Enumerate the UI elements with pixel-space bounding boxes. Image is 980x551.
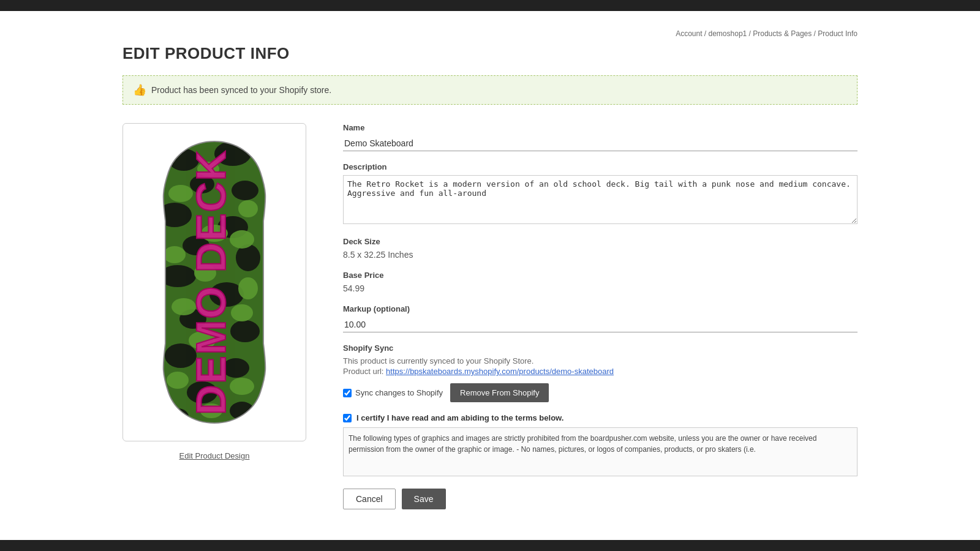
form-section: Name Description The Retro Rocket is a m… bbox=[343, 123, 858, 509]
sync-controls: Sync changes to Shopify Remove From Shop… bbox=[343, 383, 858, 402]
description-label: Description bbox=[343, 162, 858, 171]
sync-checkbox[interactable] bbox=[343, 389, 352, 397]
shopify-sync-title: Shopify Sync bbox=[343, 343, 858, 353]
product-image-section: DEMO DECK Edit Product Design bbox=[123, 123, 306, 460]
deck-size-value: 8.5 x 32.25 Inches bbox=[343, 250, 858, 260]
certify-label[interactable]: I certify I have read and am abiding to … bbox=[343, 413, 858, 422]
bottom-bar bbox=[0, 540, 980, 546]
sync-banner: 👍 Product has been synced to your Shopif… bbox=[123, 75, 858, 105]
cancel-button[interactable]: Cancel bbox=[343, 489, 396, 509]
description-textarea[interactable]: The Retro Rocket is a modern version of … bbox=[343, 175, 858, 224]
top-bar bbox=[0, 0, 980, 11]
product-image-frame: DEMO DECK bbox=[123, 123, 306, 441]
description-field-group: Description The Retro Rocket is a modern… bbox=[343, 162, 858, 226]
markup-input[interactable] bbox=[343, 317, 858, 332]
deck-size-field-group: Deck Size 8.5 x 32.25 Inches bbox=[343, 237, 858, 260]
base-price-field-group: Base Price 54.99 bbox=[343, 271, 858, 293]
breadcrumb: Account / demoshop1 / Products & Pages /… bbox=[123, 29, 858, 38]
skateboard-image: DEMO DECK bbox=[147, 135, 282, 429]
certify-section: I certify I have read and am abiding to … bbox=[343, 413, 858, 476]
svg-point-12 bbox=[230, 320, 260, 342]
shopify-synced-text: This product is currently synced to your… bbox=[343, 356, 858, 365]
svg-point-5 bbox=[157, 203, 192, 227]
shopify-url-link[interactable]: https://bpskateboards.myshopify.com/prod… bbox=[386, 367, 614, 376]
markup-label: Markup (optional) bbox=[343, 304, 858, 313]
svg-point-17 bbox=[167, 408, 189, 425]
remove-from-shopify-button[interactable]: Remove From Shopify bbox=[450, 383, 549, 402]
shopify-url-label: Product url: bbox=[343, 367, 383, 376]
svg-point-22 bbox=[164, 246, 186, 263]
svg-point-25 bbox=[238, 277, 258, 299]
action-buttons: Cancel Save bbox=[343, 489, 858, 509]
sync-checkbox-text: Sync changes to Shopify bbox=[355, 388, 443, 397]
base-price-label: Base Price bbox=[343, 271, 858, 280]
svg-point-4 bbox=[232, 181, 258, 200]
shopify-url-line: Product url: https://bpskateboards.mysho… bbox=[343, 367, 858, 376]
svg-point-20 bbox=[238, 200, 258, 217]
name-field-group: Name bbox=[343, 123, 858, 151]
deck-size-label: Deck Size bbox=[343, 237, 858, 246]
page-wrapper: Account / demoshop1 / Products & Pages /… bbox=[0, 11, 980, 546]
certify-text: I certify I have read and am abiding to … bbox=[356, 413, 564, 422]
markup-field-group: Markup (optional) bbox=[343, 304, 858, 332]
content-area: DEMO DECK Edit Product Design Name Descr… bbox=[123, 123, 858, 509]
sync-message: Product has been synced to your Shopify … bbox=[151, 85, 331, 95]
name-input[interactable] bbox=[343, 136, 858, 151]
page-title: EDIT PRODUCT INFO bbox=[123, 44, 858, 63]
base-price-value: 54.99 bbox=[343, 283, 858, 293]
svg-point-27 bbox=[231, 304, 253, 321]
terms-text: The following types of graphics and imag… bbox=[349, 434, 816, 454]
edit-design-link[interactable]: Edit Product Design bbox=[179, 451, 250, 460]
save-button[interactable]: Save bbox=[402, 489, 446, 509]
certify-checkbox[interactable] bbox=[343, 414, 352, 422]
shopify-sync-section: Shopify Sync This product is currently s… bbox=[343, 343, 858, 402]
name-label: Name bbox=[343, 123, 858, 132]
svg-text:DEMO DECK: DEMO DECK bbox=[187, 149, 234, 415]
terms-box[interactable]: The following types of graphics and imag… bbox=[343, 427, 858, 476]
svg-point-29 bbox=[167, 372, 189, 389]
thumbs-up-icon: 👍 bbox=[133, 83, 146, 97]
sync-checkbox-label[interactable]: Sync changes to Shopify bbox=[343, 388, 443, 397]
